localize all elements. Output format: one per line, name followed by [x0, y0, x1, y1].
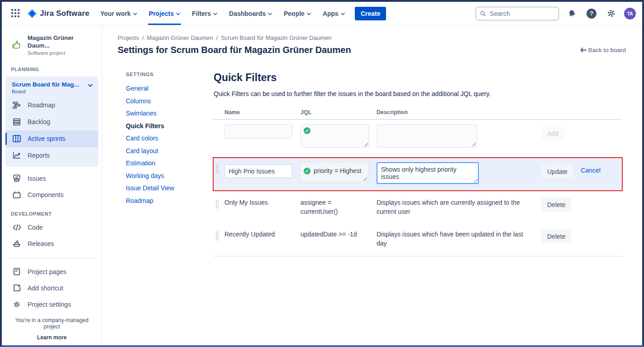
- delete-button[interactable]: Delete: [541, 230, 571, 243]
- project-header[interactable]: Magazin Grüner Daum... Software project: [5, 31, 98, 58]
- edit-filter-name-input[interactable]: [224, 164, 292, 178]
- sidebar-item-reports[interactable]: Reports: [5, 147, 98, 164]
- primary-nav: Your work Projects Filters Dashboards Pe…: [100, 2, 345, 25]
- sidebar-item-issues[interactable]: Issues: [5, 170, 98, 187]
- planning-section-label: PLANNING: [11, 67, 98, 72]
- settings-item-swimlanes[interactable]: Swimlanes: [126, 107, 214, 120]
- settings-item-working-days[interactable]: Working days: [126, 170, 214, 183]
- project-avatar-thumbs-up-icon: [10, 38, 23, 52]
- chevron-down-icon: [268, 13, 272, 15]
- project-type: Software project: [28, 50, 95, 56]
- brand-name: Jira Software: [40, 9, 89, 18]
- issues-icon: [12, 174, 21, 182]
- settings-item-columns[interactable]: Columns: [126, 95, 214, 108]
- drag-handle[interactable]: [215, 199, 219, 209]
- app-window: Jira Software Your work Projects Filters…: [0, 0, 644, 347]
- sidebar-item-project-pages[interactable]: Project pages: [5, 263, 98, 280]
- help-icon[interactable]: ?: [585, 7, 598, 20]
- chevron-down-icon: [88, 84, 93, 87]
- settings-item-card-layout[interactable]: Card layout: [126, 145, 214, 158]
- topbar-right: ? TA: [476, 7, 636, 20]
- board-subtitle: Board: [12, 89, 79, 94]
- grid-icon: [11, 9, 20, 18]
- drag-handle[interactable]: [215, 231, 219, 241]
- nav-projects[interactable]: Projects: [149, 2, 180, 25]
- column-header-name: Name: [224, 109, 301, 116]
- sidebar-item-backlog[interactable]: Backlog: [5, 114, 98, 130]
- jira-logo[interactable]: Jira Software: [27, 9, 89, 19]
- create-button[interactable]: Create: [355, 7, 386, 20]
- settings-item-general[interactable]: General: [126, 82, 214, 95]
- chevron-down-icon: [213, 13, 217, 15]
- reports-chart-icon: [12, 152, 21, 159]
- chevron-down-icon: [341, 13, 345, 15]
- add-filter-button[interactable]: Add: [541, 127, 564, 140]
- settings-item-estimation[interactable]: Estimation: [126, 157, 214, 170]
- settings-item-issue-detail-view[interactable]: Issue Detail View: [126, 182, 214, 195]
- filter-jql: assignee = currentUser(): [301, 198, 377, 217]
- settings-gear-icon[interactable]: [605, 7, 617, 20]
- edit-filter-description-input[interactable]: Shows only highest priority issues: [377, 162, 479, 184]
- sidebar-footer: You're in a company-managed project Lear…: [5, 313, 98, 342]
- new-filter-jql-input[interactable]: [301, 124, 369, 148]
- new-filter-description-input[interactable]: [377, 124, 477, 148]
- sidebar-item-active-sprints[interactable]: Active sprints: [5, 130, 98, 147]
- cancel-link[interactable]: Cancel: [581, 167, 601, 174]
- settings-item-roadmap[interactable]: Roadmap: [126, 195, 214, 207]
- app-switcher-icon[interactable]: [9, 7, 22, 20]
- column-header-description: Description: [377, 109, 541, 116]
- learn-more-link[interactable]: Learn more: [7, 334, 96, 341]
- sidebar-item-components[interactable]: Components: [5, 187, 98, 203]
- board-settings-menu: SETTINGS General Columns Swimlanes Quick…: [118, 72, 214, 256]
- arrow-left-icon: [580, 48, 587, 53]
- quick-filters-description: Quick Filters can be used to further fil…: [214, 90, 622, 97]
- breadcrumb-projects[interactable]: Projects: [118, 34, 139, 41]
- nav-apps[interactable]: Apps: [323, 2, 345, 25]
- update-button[interactable]: Update: [541, 165, 573, 178]
- sidebar-divider: [8, 258, 95, 258]
- sidebar-item-code[interactable]: Code: [5, 219, 98, 236]
- filter-name: Only My Issues: [224, 198, 301, 207]
- gear-icon: [12, 300, 21, 308]
- quick-filters-title: Quick Filters: [214, 72, 622, 84]
- board-columns-icon: [12, 135, 21, 142]
- sidebar-item-project-settings[interactable]: Project settings: [5, 296, 98, 313]
- sidebar-item-add-shortcut[interactable]: Add shortcut: [5, 280, 98, 296]
- components-icon: [12, 191, 21, 198]
- settings-menu-label: SETTINGS: [126, 72, 214, 77]
- settings-item-card-colors[interactable]: Card colors: [126, 132, 214, 145]
- chevron-down-icon: [133, 13, 137, 15]
- sidebar-item-roadmap[interactable]: Roadmap: [5, 97, 98, 114]
- user-avatar[interactable]: TA: [624, 8, 636, 19]
- notifications-bell-icon[interactable]: [566, 7, 578, 20]
- nav-your-work[interactable]: Your work: [100, 2, 137, 25]
- breadcrumb: Projects/ Magazin Grüner Daumen/ Scrum B…: [118, 34, 626, 41]
- settings-item-quick-filters[interactable]: Quick Filters: [126, 120, 214, 133]
- managed-project-note: You're in a company-managed project: [7, 317, 96, 330]
- nav-filters[interactable]: Filters: [192, 2, 217, 25]
- breadcrumb-board[interactable]: Scrum Board für Magazin Grüner Daumen: [221, 34, 331, 41]
- search-input[interactable]: [489, 10, 554, 18]
- new-filter-name-input[interactable]: [224, 124, 292, 139]
- filter-description: Displays issues which are currently assi…: [377, 198, 541, 217]
- top-navigation-bar: Jira Software Your work Projects Filters…: [2, 2, 642, 25]
- filter-description: Displays issues which have been updated …: [377, 230, 541, 248]
- backlog-icon: [12, 118, 21, 125]
- filter-row-recently-updated: Recently Updated updatedDate >= -1d Disp…: [214, 223, 622, 257]
- edit-filter-jql-input[interactable]: priority = Highest: [301, 162, 368, 182]
- chevron-down-icon: [307, 13, 311, 15]
- global-search[interactable]: [476, 7, 559, 20]
- board-selector[interactable]: Scrum Board für Mag... Board: [5, 81, 98, 97]
- filter-name: Recently Updated: [224, 230, 301, 239]
- page-title: Settings for Scrum Board für Magazin Grü…: [118, 45, 351, 55]
- breadcrumb-project[interactable]: Magazin Grüner Daumen: [147, 34, 213, 41]
- delete-button[interactable]: Delete: [541, 198, 571, 212]
- sidebar-item-releases[interactable]: Releases: [5, 236, 98, 252]
- back-to-board-link[interactable]: Back to board: [580, 47, 626, 53]
- drag-handle[interactable]: [215, 164, 219, 174]
- pages-document-icon: [12, 268, 21, 275]
- nav-dashboards[interactable]: Dashboards: [229, 2, 272, 25]
- jira-diamond-icon: [27, 9, 37, 19]
- nav-people[interactable]: People: [284, 2, 311, 25]
- code-icon: [12, 224, 21, 231]
